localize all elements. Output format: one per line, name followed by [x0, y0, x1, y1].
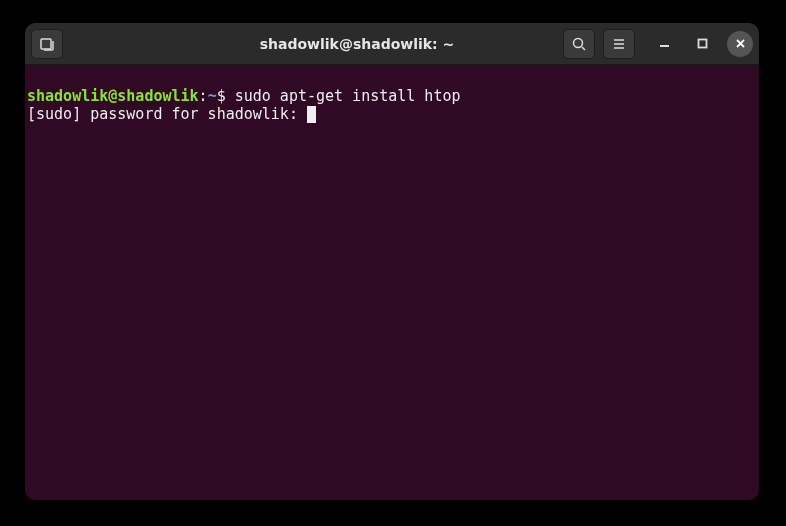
close-icon: [735, 38, 746, 49]
minimize-icon: [659, 38, 670, 49]
cursor: [307, 106, 316, 123]
maximize-button[interactable]: [689, 31, 715, 57]
titlebar-right: [563, 29, 753, 59]
new-tab-button[interactable]: [31, 29, 63, 59]
search-icon: [571, 36, 587, 52]
new-tab-icon: [39, 36, 55, 52]
prompt-colon: :: [199, 87, 208, 105]
window-title: shadowlik@shadowlik: ~: [151, 36, 563, 52]
titlebar-left: [31, 29, 151, 59]
terminal-body[interactable]: shadowlik@shadowlik:~$ sudo apt-get inst…: [25, 65, 759, 145]
svg-rect-7: [698, 40, 706, 48]
maximize-icon: [697, 38, 708, 49]
search-button[interactable]: [563, 29, 595, 59]
close-button[interactable]: [727, 31, 753, 57]
sudo-password-prompt: [sudo] password for shadowlik:: [27, 105, 307, 123]
minimize-button[interactable]: [651, 31, 677, 57]
hamburger-icon: [611, 36, 627, 52]
prompt-symbol: $: [217, 87, 235, 105]
command-text: sudo apt-get install htop: [235, 87, 461, 105]
prompt-path: ~: [208, 87, 217, 105]
terminal-window: shadowlik@shadowlik: ~: [25, 23, 759, 500]
menu-button[interactable]: [603, 29, 635, 59]
titlebar: shadowlik@shadowlik: ~: [25, 23, 759, 65]
prompt-user-host: shadowlik@shadowlik: [27, 87, 199, 105]
svg-rect-0: [41, 39, 51, 49]
svg-line-2: [582, 47, 585, 50]
svg-point-1: [574, 38, 583, 47]
